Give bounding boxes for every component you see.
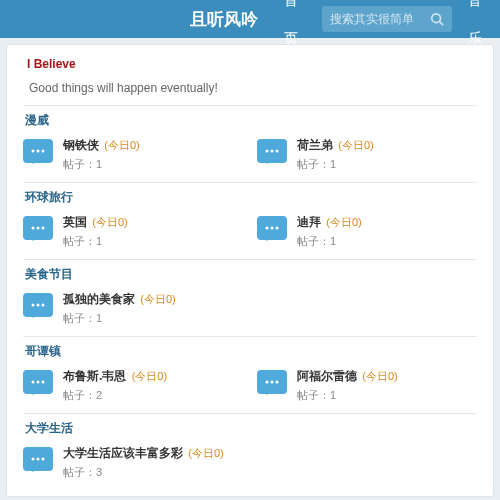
section-title[interactable]: 美食节目 [25, 266, 477, 283]
forum-section: 大学生活大学生活应该丰富多彩 (今日0)帖子：3 [23, 413, 477, 480]
post-count: 帖子：1 [297, 234, 362, 249]
forum-section: 环球旅行英国 (今日0)帖子：1迪拜 (今日0)帖子：1 [23, 182, 477, 249]
section-title[interactable]: 大学生活 [25, 420, 477, 437]
forum-text: 荷兰弟 (今日0)帖子：1 [297, 137, 374, 172]
today-count: (今日0) [92, 216, 127, 228]
forum-text: 布鲁斯.韦恩 (今日0)帖子：2 [63, 368, 167, 403]
forum-item[interactable]: 钢铁侠 (今日0)帖子：1 [23, 137, 233, 172]
forum-item[interactable]: 阿福尔雷德 (今日0)帖子：1 [257, 368, 477, 403]
forum-item[interactable]: 大学生活应该丰富多彩 (今日0)帖子：3 [23, 445, 233, 480]
post-count: 帖子：1 [297, 388, 398, 403]
chat-bubble-icon [23, 447, 53, 471]
forum-text: 迪拜 (今日0)帖子：1 [297, 214, 362, 249]
chat-bubble-icon [23, 216, 53, 240]
forum-name[interactable]: 阿福尔雷德 [297, 369, 357, 383]
post-count: 帖子：2 [63, 388, 167, 403]
forum-text: 钢铁侠 (今日0)帖子：1 [63, 137, 140, 172]
search-box[interactable] [322, 6, 452, 32]
section-title[interactable]: 漫威 [25, 112, 477, 129]
navbar: 且听风吟 首页 音乐 [0, 0, 500, 38]
forum-name[interactable]: 钢铁侠 [63, 138, 99, 152]
svg-line-1 [440, 22, 444, 26]
forum-row: 大学生活应该丰富多彩 (今日0)帖子：3 [23, 445, 477, 480]
chat-bubble-icon [23, 293, 53, 317]
chat-bubble-icon [23, 370, 53, 394]
chat-bubble-icon [257, 139, 287, 163]
today-count: (今日0) [132, 370, 167, 382]
today-count: (今日0) [188, 447, 223, 459]
site-brand[interactable]: 且听风吟 [180, 8, 268, 31]
forum-section: 哥谭镇布鲁斯.韦恩 (今日0)帖子：2阿福尔雷德 (今日0)帖子：1 [23, 336, 477, 403]
forum-item[interactable]: 布鲁斯.韦恩 (今日0)帖子：2 [23, 368, 233, 403]
forum-section: 美食节目孤独的美食家 (今日0)帖子：1 [23, 259, 477, 326]
chat-bubble-icon [23, 139, 53, 163]
forum-text: 英国 (今日0)帖子：1 [63, 214, 128, 249]
forum-item[interactable]: 荷兰弟 (今日0)帖子：1 [257, 137, 477, 172]
post-count: 帖子：1 [63, 311, 176, 326]
post-count: 帖子：3 [63, 465, 224, 480]
today-count: (今日0) [338, 139, 373, 151]
search-icon[interactable] [430, 12, 444, 26]
post-count: 帖子：1 [63, 157, 140, 172]
post-count: 帖子：1 [63, 234, 128, 249]
forum-text: 阿福尔雷德 (今日0)帖子：1 [297, 368, 398, 403]
today-count: (今日0) [362, 370, 397, 382]
forum-name[interactable]: 大学生活应该丰富多彩 [63, 446, 183, 460]
svg-point-0 [432, 14, 441, 23]
main-panel: I Believe Good things will happen eventu… [6, 44, 494, 497]
search-input[interactable] [330, 12, 430, 26]
forum-text: 大学生活应该丰富多彩 (今日0)帖子：3 [63, 445, 224, 480]
today-count: (今日0) [104, 139, 139, 151]
forum-name[interactable]: 孤独的美食家 [63, 292, 135, 306]
forum-row: 英国 (今日0)帖子：1迪拜 (今日0)帖子：1 [23, 214, 477, 249]
forum-row: 布鲁斯.韦恩 (今日0)帖子：2阿福尔雷德 (今日0)帖子：1 [23, 368, 477, 403]
forum-name[interactable]: 迪拜 [297, 215, 321, 229]
today-count: (今日0) [326, 216, 361, 228]
forum-item[interactable]: 英国 (今日0)帖子：1 [23, 214, 233, 249]
forum-section: 漫威钢铁侠 (今日0)帖子：1荷兰弟 (今日0)帖子：1 [23, 105, 477, 172]
hero-title: I Believe [27, 57, 477, 71]
forum-name[interactable]: 荷兰弟 [297, 138, 333, 152]
section-title[interactable]: 哥谭镇 [25, 343, 477, 360]
post-count: 帖子：1 [297, 157, 374, 172]
forum-item[interactable]: 孤独的美食家 (今日0)帖子：1 [23, 291, 233, 326]
forum-name[interactable]: 布鲁斯.韦恩 [63, 369, 126, 383]
section-title[interactable]: 环球旅行 [25, 189, 477, 206]
forum-name[interactable]: 英国 [63, 215, 87, 229]
forum-text: 孤独的美食家 (今日0)帖子：1 [63, 291, 176, 326]
chat-bubble-icon [257, 216, 287, 240]
forum-row: 孤独的美食家 (今日0)帖子：1 [23, 291, 477, 326]
today-count: (今日0) [140, 293, 175, 305]
forum-item[interactable]: 迪拜 (今日0)帖子：1 [257, 214, 477, 249]
chat-bubble-icon [257, 370, 287, 394]
hero-subtitle: Good things will happen eventually! [29, 81, 477, 95]
forum-row: 钢铁侠 (今日0)帖子：1荷兰弟 (今日0)帖子：1 [23, 137, 477, 172]
